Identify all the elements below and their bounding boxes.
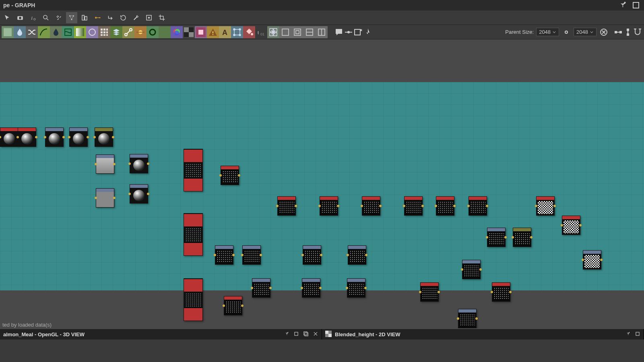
pin-dot-icon[interactable] <box>344 27 353 37</box>
graph-node[interactable] <box>45 128 64 147</box>
graph-node[interactable] <box>224 296 242 315</box>
gradient-node-icon[interactable] <box>74 26 86 38</box>
graph-node[interactable] <box>130 184 148 204</box>
pin-icon[interactable] <box>284 331 289 338</box>
graph-node[interactable] <box>184 213 203 256</box>
wrench-icon[interactable] <box>130 12 142 23</box>
tool-a2-icon[interactable] <box>291 26 303 38</box>
stack-node-icon[interactable] <box>110 26 122 38</box>
blend-node-icon[interactable] <box>134 26 147 38</box>
droplet-node-icon[interactable] <box>50 26 62 38</box>
comment-icon[interactable] <box>334 27 344 37</box>
refresh-icon[interactable] <box>118 12 129 23</box>
pin-icon[interactable] <box>617 0 627 10</box>
graph-node[interactable] <box>69 128 88 147</box>
graph-node[interactable] <box>252 278 270 298</box>
graph-node[interactable] <box>184 278 203 321</box>
panel-tab-2d-view[interactable]: Blended_height - 2D VIEW <box>322 329 644 339</box>
snap-icon[interactable] <box>633 27 642 37</box>
graph-node[interactable] <box>462 260 481 279</box>
parent-width-select[interactable]: 2048 <box>536 28 559 36</box>
arrow-angle-icon[interactable] <box>105 12 116 23</box>
graph-node[interactable] <box>96 188 114 208</box>
graph-frame[interactable] <box>0 82 644 290</box>
graph-node[interactable] <box>420 282 439 302</box>
restore-icon[interactable] <box>635 331 640 338</box>
link-vert-icon[interactable] <box>623 27 633 37</box>
graph-node[interactable] <box>221 166 239 185</box>
graph-node[interactable] <box>536 196 555 216</box>
close-icon[interactable] <box>313 331 318 338</box>
zoom-icon[interactable] <box>40 12 52 23</box>
align-icon[interactable] <box>79 12 90 23</box>
graph-node[interactable] <box>469 196 487 216</box>
info-icon[interactable]: i <box>27 12 39 23</box>
maximize-icon[interactable] <box>631 0 641 10</box>
graph-node[interactable] <box>458 309 477 328</box>
graph-node[interactable] <box>492 282 510 302</box>
graph-node[interactable] <box>215 245 233 265</box>
uniform-color-node-icon[interactable] <box>2 26 14 38</box>
warp-node-icon[interactable] <box>62 26 74 38</box>
graph-node[interactable] <box>95 128 113 147</box>
graph-node[interactable] <box>513 228 531 247</box>
reset-size-icon[interactable] <box>599 27 609 37</box>
connector-dot-icon[interactable] <box>92 12 103 23</box>
graph-node[interactable] <box>277 196 296 216</box>
graph-node[interactable] <box>184 149 203 191</box>
bucket-node-icon[interactable] <box>243 26 255 38</box>
text01-node-icon[interactable]: t01 <box>255 26 267 38</box>
crop-icon[interactable] <box>156 12 167 23</box>
tool-a3-icon[interactable] <box>303 26 316 38</box>
curve-node-icon[interactable] <box>38 26 50 38</box>
tile-node-icon[interactable] <box>267 26 279 38</box>
graph-node[interactable] <box>96 154 114 174</box>
panel-tab-3d-view[interactable]: almon_Meal - OpenGL - 3D VIEW <box>0 329 322 339</box>
shuffle-node-icon[interactable] <box>26 26 38 38</box>
graph-node[interactable] <box>347 278 365 298</box>
circle-node-icon[interactable] <box>86 26 98 38</box>
purple-a-node-icon[interactable] <box>195 26 207 38</box>
graph-node[interactable] <box>320 196 338 216</box>
graph-node[interactable] <box>302 278 320 298</box>
parent-height-select[interactable]: 2048 <box>574 28 597 36</box>
graph-node[interactable] <box>404 196 423 216</box>
histogram-node-icon[interactable] <box>159 26 171 38</box>
ring-node-icon[interactable] <box>147 26 159 38</box>
graph-node[interactable] <box>436 196 454 216</box>
grid-node-icon[interactable] <box>98 26 110 38</box>
rgbsplit-node-icon[interactable] <box>171 26 183 38</box>
warning-node-icon[interactable] <box>207 26 219 38</box>
pin-icon[interactable] <box>625 331 631 338</box>
split-node-icon[interactable] <box>122 26 134 38</box>
graph-node[interactable] <box>18 128 36 147</box>
graph-node[interactable] <box>562 216 580 235</box>
checker-node-icon[interactable] <box>183 26 195 38</box>
maximize-icon[interactable] <box>303 331 309 338</box>
cursor-tool-icon[interactable] <box>2 12 13 23</box>
tool-a4-icon[interactable] <box>316 26 328 38</box>
graph-node[interactable] <box>583 250 601 269</box>
graph-node[interactable] <box>362 196 380 216</box>
tool-a1-icon[interactable] <box>279 26 291 38</box>
link-horiz-icon[interactable] <box>613 27 623 37</box>
camera-icon[interactable] <box>14 12 26 23</box>
liquid-node-icon[interactable] <box>14 26 26 38</box>
graph-node[interactable] <box>130 154 148 173</box>
frame-icon[interactable] <box>143 12 155 23</box>
svg-rect-25 <box>103 31 105 33</box>
graph-node[interactable] <box>348 245 366 265</box>
graph-layout-icon[interactable] <box>66 12 77 23</box>
card-x-icon[interactable] <box>353 27 363 37</box>
graph-node[interactable] <box>303 245 321 265</box>
marker-icon[interactable] <box>363 27 373 37</box>
fit-icon[interactable] <box>53 12 64 23</box>
text-a-node-icon[interactable]: A <box>219 26 231 38</box>
link-size-icon[interactable] <box>561 27 571 37</box>
graph-node[interactable] <box>242 245 261 265</box>
graph-canvas[interactable] <box>0 39 644 328</box>
restore-icon[interactable] <box>293 331 299 338</box>
graph-node[interactable] <box>487 228 506 247</box>
transform-node-icon[interactable] <box>231 26 243 38</box>
graph-node[interactable] <box>0 128 19 147</box>
